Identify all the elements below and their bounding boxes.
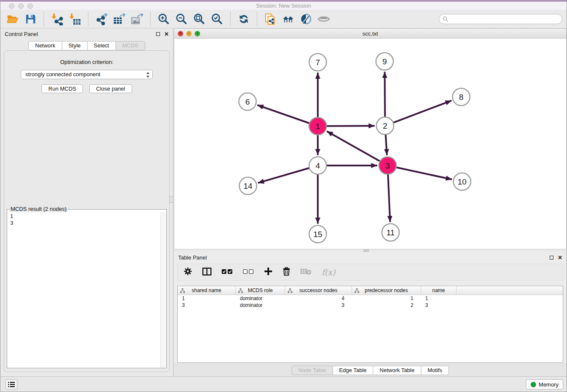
task-history-button[interactable]: [6, 379, 17, 389]
edge-4-14[interactable]: [258, 168, 310, 183]
memory-button[interactable]: Memory: [526, 379, 563, 389]
cell-successor-nodes[interactable]: 3: [285, 302, 352, 309]
column-header-MCDS-role[interactable]: MCDS role: [236, 286, 285, 295]
close-panel-button[interactable]: Close panel: [89, 84, 132, 93]
edge-1-2[interactable]: [326, 126, 374, 126]
result-scrollbar[interactable]: [160, 212, 166, 367]
delete-column-icon[interactable]: [283, 267, 290, 277]
deselect-all-checks-icon[interactable]: [243, 268, 254, 276]
edge-2-3[interactable]: [385, 134, 387, 155]
tab-style[interactable]: Style: [62, 41, 87, 50]
node-11[interactable]: 11: [382, 224, 399, 241]
close-panel-icon[interactable]: ✕: [164, 32, 169, 36]
toolbar-separator: [230, 12, 231, 26]
table-row[interactable]: 1dominator411: [178, 295, 563, 302]
node-15[interactable]: 15: [309, 226, 327, 243]
node-3[interactable]: 3: [379, 157, 396, 174]
settings-gear-icon[interactable]: [184, 267, 192, 277]
edge-2-9[interactable]: [385, 72, 385, 117]
cell-shared-name[interactable]: 1: [178, 295, 236, 302]
edge-3-11[interactable]: [388, 174, 390, 222]
mcds-result-list[interactable]: 13: [8, 212, 160, 367]
delete-table-icon[interactable]: [300, 268, 311, 276]
edge-1-6[interactable]: [257, 105, 310, 123]
select-all-checks-icon[interactable]: [222, 268, 233, 276]
edge-2-8[interactable]: [393, 101, 451, 123]
hide-graphics-details-icon[interactable]: [299, 12, 313, 26]
tab-mcds[interactable]: MCDS: [116, 41, 145, 50]
minimize-network-button[interactable]: −: [186, 31, 192, 36]
close-window-button[interactable]: [9, 3, 14, 9]
node-6[interactable]: 6: [239, 93, 256, 110]
zoom-out-icon[interactable]: [174, 12, 189, 26]
apply-function-icon[interactable]: f(x): [322, 268, 336, 277]
cell-MCDS-role[interactable]: dominator: [236, 302, 285, 309]
tab-select[interactable]: Select: [87, 41, 116, 50]
search-field[interactable]: [439, 14, 562, 24]
node-10[interactable]: 10: [454, 173, 471, 190]
export-network-icon[interactable]: [94, 12, 109, 26]
cell-name[interactable]: 1: [421, 295, 457, 302]
first-neighbors-icon[interactable]: [281, 12, 295, 26]
node-14[interactable]: 14: [239, 177, 257, 195]
tab-network-table[interactable]: Network Table: [373, 366, 421, 375]
svg-text:1: 1: [316, 122, 320, 131]
maximize-network-button[interactable]: +: [195, 31, 200, 36]
maximize-window-button[interactable]: [28, 3, 33, 9]
svg-text:8: 8: [459, 93, 464, 102]
run-mcds-button[interactable]: Run MCDS: [41, 84, 83, 93]
node-7[interactable]: 7: [309, 54, 327, 71]
column-header-predecessor-nodes[interactable]: predecessor nodes: [352, 286, 421, 295]
node-1[interactable]: 1: [309, 118, 327, 135]
edge-3-10[interactable]: [396, 167, 452, 179]
column-header-name[interactable]: name: [421, 286, 457, 295]
zoom-selected-icon[interactable]: [210, 12, 224, 26]
vertical-splitter-grip[interactable]: [169, 196, 173, 203]
refresh-icon[interactable]: [237, 12, 251, 26]
cell-predecessor-nodes[interactable]: 1: [352, 295, 421, 302]
zoom-in-icon[interactable]: [157, 12, 171, 26]
column-header-successor-nodes[interactable]: successor nodes: [285, 286, 352, 295]
node-9[interactable]: 9: [376, 53, 394, 70]
table-panel-title: Table Panel: [178, 254, 207, 261]
export-image-icon[interactable]: [130, 12, 144, 26]
cell-predecessor-nodes[interactable]: 2: [352, 302, 421, 309]
cell-successor-nodes[interactable]: 4: [285, 295, 352, 302]
edge-3-1[interactable]: [327, 131, 380, 161]
memory-status-icon: [531, 382, 536, 387]
cell-shared-name[interactable]: 3: [178, 302, 236, 309]
clone-network-icon[interactable]: [263, 12, 278, 26]
node-2[interactable]: 2: [377, 117, 394, 135]
node-4[interactable]: 4: [309, 157, 327, 174]
close-network-button[interactable]: ✕: [178, 31, 183, 36]
import-table-icon[interactable]: [68, 12, 82, 26]
network-canvas[interactable]: 7968124314101511: [174, 39, 566, 249]
network-graph[interactable]: 7968124314101511: [174, 39, 566, 249]
import-network-icon[interactable]: [50, 12, 64, 26]
column-header-shared-name[interactable]: shared name: [178, 286, 236, 295]
column-layout-icon[interactable]: [202, 268, 212, 277]
search-input[interactable]: [449, 15, 562, 23]
float-panel-icon[interactable]: [156, 32, 160, 36]
open-session-icon[interactable]: [6, 12, 20, 26]
node-8[interactable]: 8: [453, 88, 470, 106]
table-row[interactable]: 3dominator323: [178, 302, 563, 309]
optimization-criterion-select[interactable]: strongly connected component: [21, 70, 153, 79]
control-panel: Control Panel ✕ NetworkStyleSelectMCDS O…: [0, 28, 173, 376]
status-bar: Memory: [0, 376, 567, 392]
tab-motifs[interactable]: Motifs: [421, 366, 449, 375]
zoom-fit-icon[interactable]: [192, 12, 206, 26]
cell-name[interactable]: 3: [421, 302, 457, 309]
float-table-panel-icon[interactable]: [550, 256, 553, 259]
tab-node-table[interactable]: Node Table: [292, 366, 333, 375]
export-table-icon[interactable]: [112, 12, 127, 26]
result-line: 3: [10, 220, 158, 226]
show-hide-eye-icon[interactable]: [317, 12, 331, 26]
cell-MCDS-role[interactable]: dominator: [236, 295, 285, 302]
tab-edge-table[interactable]: Edge Table: [332, 366, 373, 375]
minimize-window-button[interactable]: [18, 3, 24, 9]
tab-network[interactable]: Network: [28, 41, 62, 50]
save-session-icon[interactable]: [23, 12, 38, 26]
close-table-panel-icon[interactable]: ✕: [558, 255, 562, 260]
add-column-icon[interactable]: [264, 267, 272, 277]
